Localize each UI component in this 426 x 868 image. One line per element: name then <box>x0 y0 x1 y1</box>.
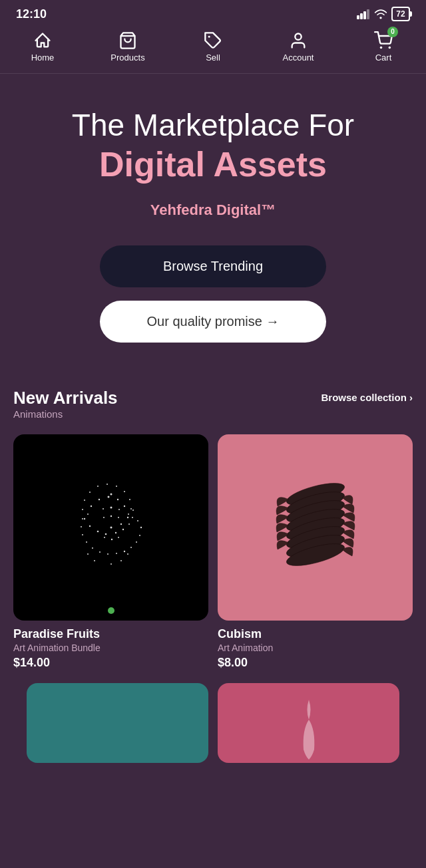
nav-item-home[interactable]: Home <box>0 31 85 63</box>
svg-point-9 <box>110 526 112 528</box>
wifi-icon <box>374 9 387 19</box>
browse-trending-button[interactable]: Browse Trending <box>100 245 326 287</box>
preview-card-rose[interactable] <box>218 683 399 763</box>
section-title-group: New Arrivals Animations <box>13 388 118 432</box>
svg-point-50 <box>87 513 89 515</box>
svg-point-60 <box>118 537 119 538</box>
nav-label-home: Home <box>31 53 55 63</box>
svg-point-12 <box>130 508 132 509</box>
account-icon <box>289 31 308 50</box>
status-icons: 72 <box>357 7 410 21</box>
browse-collection-link[interactable]: Browse collection › <box>321 388 413 403</box>
signal-icon <box>357 9 370 19</box>
product-card-paradise-fruits[interactable]: Paradise Fruits Art Animation Bundle $14… <box>13 434 208 670</box>
svg-point-62 <box>120 560 122 561</box>
svg-point-43 <box>82 518 83 519</box>
cubism-shape-icon <box>249 454 382 601</box>
nav-item-sell[interactable]: Sell <box>170 31 256 63</box>
svg-point-40 <box>86 541 87 543</box>
product-card-cubism[interactable]: Cubism Art Animation $8.00 <box>218 434 413 670</box>
svg-point-34 <box>130 547 132 548</box>
product-category-cubism: Art Animation <box>218 643 413 653</box>
svg-point-22 <box>89 525 90 527</box>
hero-title-line2: Digital Assets <box>20 144 406 185</box>
svg-point-48 <box>123 506 124 507</box>
svg-point-41 <box>82 534 83 535</box>
hero-subtitle: Yehfedra Digital™ <box>20 202 406 219</box>
svg-point-47 <box>116 499 118 500</box>
svg-point-24 <box>105 533 106 535</box>
product-image-cubism <box>218 434 413 621</box>
svg-point-17 <box>97 486 99 487</box>
svg-point-42 <box>81 526 82 527</box>
svg-point-39 <box>92 547 93 549</box>
svg-point-65 <box>87 553 89 555</box>
svg-rect-0 <box>357 15 359 19</box>
product-name-cubism: Cubism <box>218 627 413 641</box>
preview-card-teal[interactable] <box>27 683 208 763</box>
svg-point-55 <box>103 517 105 518</box>
svg-point-29 <box>132 509 134 511</box>
nav-item-account[interactable]: Account <box>256 31 341 63</box>
svg-point-26 <box>122 529 123 530</box>
section-subtitle: Animations <box>13 408 118 420</box>
product-name-paradise-fruits: Paradise Fruits <box>13 627 208 641</box>
svg-point-19 <box>84 500 85 501</box>
svg-point-63 <box>127 553 128 555</box>
svg-point-38 <box>99 551 101 553</box>
svg-point-21 <box>83 518 85 519</box>
svg-point-7 <box>380 47 383 49</box>
svg-point-52 <box>103 508 104 509</box>
cart-badge: 0 <box>387 27 398 37</box>
section-title: New Arrivals <box>13 388 118 408</box>
battery-level: 72 <box>396 9 405 19</box>
carousel-dot-indicator <box>108 607 114 614</box>
svg-point-57 <box>118 517 119 518</box>
svg-point-59 <box>110 539 112 540</box>
product-image-paradise-fruits <box>13 434 208 621</box>
svg-point-58 <box>104 537 105 538</box>
svg-point-10 <box>120 523 121 525</box>
quality-promise-button[interactable]: Our quality promise → <box>100 301 326 343</box>
svg-rect-1 <box>360 13 363 19</box>
svg-point-13 <box>129 499 130 500</box>
svg-point-61 <box>110 563 112 565</box>
nav-label-account: Account <box>283 53 314 63</box>
sell-icon <box>204 31 222 50</box>
status-time: 12:10 <box>16 7 47 21</box>
nav-item-cart[interactable]: 0 Cart <box>341 31 426 63</box>
svg-point-64 <box>94 560 95 561</box>
product-category-paradise-fruits: Art Animation Bundle <box>13 643 208 653</box>
svg-point-8 <box>389 47 391 49</box>
particle-sphere-icon <box>45 461 178 594</box>
new-arrivals-section: New Arrivals Animations Browse collectio… <box>0 369 426 763</box>
svg-point-28 <box>132 517 133 518</box>
nav-bar: Home Products Sell Account <box>0 25 426 74</box>
svg-point-14 <box>124 491 125 492</box>
product-grid: Paradise Fruits Art Animation Bundle $14… <box>13 434 413 683</box>
svg-point-6 <box>295 34 301 40</box>
hero-section: The Marketplace For Digital Assets Yehfe… <box>0 74 426 369</box>
svg-point-44 <box>90 506 91 507</box>
battery-indicator: 72 <box>391 7 410 21</box>
nav-item-products[interactable]: Products <box>85 31 170 63</box>
svg-rect-2 <box>363 11 366 19</box>
hero-title-line1: The Marketplace For <box>72 108 354 142</box>
product-price-cubism: $8.00 <box>218 656 413 670</box>
svg-point-33 <box>136 541 137 543</box>
svg-point-27 <box>128 523 130 525</box>
svg-point-20 <box>82 509 83 510</box>
svg-point-15 <box>116 486 117 487</box>
nav-label-cart: Cart <box>375 53 392 63</box>
svg-point-25 <box>114 532 116 533</box>
hero-title: The Marketplace For Digital Assets <box>20 107 406 186</box>
svg-rect-3 <box>367 9 369 19</box>
bottom-preview-strip <box>13 683 413 763</box>
svg-point-23 <box>97 530 99 532</box>
figure-silhouette-icon <box>289 696 329 763</box>
status-bar: 12:10 72 <box>0 0 426 25</box>
svg-point-37 <box>107 553 108 555</box>
section-header: New Arrivals Animations Browse collectio… <box>13 388 413 432</box>
svg-point-53 <box>110 506 112 508</box>
svg-point-36 <box>116 553 117 554</box>
